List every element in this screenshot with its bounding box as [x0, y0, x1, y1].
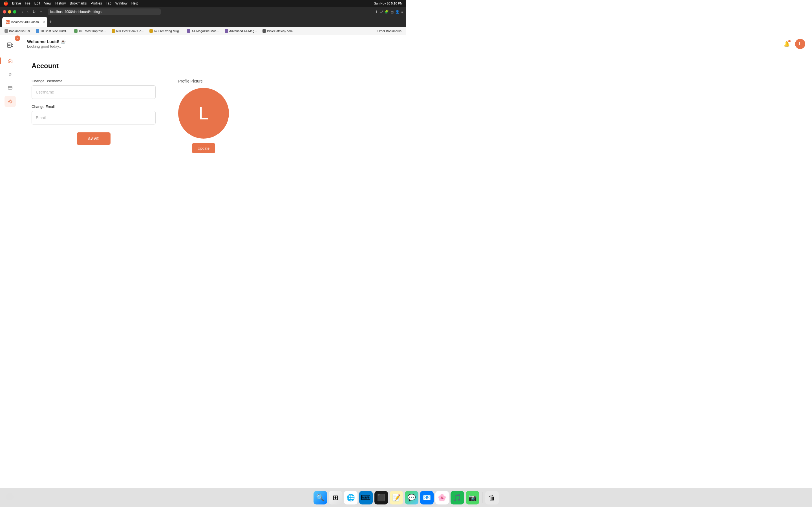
browser-actions: ⬆ 🛡 🧩 ▤ 👤 ≡ — [375, 10, 403, 14]
sidebar-item-home[interactable] — [4, 55, 16, 66]
bookmark-40-most[interactable]: 40+ Most Impress... — [72, 29, 108, 33]
close-window-button[interactable] — [3, 10, 6, 13]
header-greeting-block: Welcome Lucid! ☕ Looking good today.. — [27, 39, 66, 48]
home-button[interactable]: ⌂ — [39, 9, 43, 15]
save-button[interactable]: SAVE — [77, 132, 110, 145]
bookmark-advanced-a4[interactable]: Advanced A4 Mag... — [222, 29, 259, 33]
traffic-lights — [3, 10, 16, 13]
menu-view[interactable]: View — [44, 1, 51, 5]
active-tab[interactable]: Acc localhost:4000/dash... × — [2, 17, 47, 27]
menu-icon[interactable]: ≡ — [401, 10, 403, 14]
sidebar-item-billing[interactable] — [4, 82, 16, 94]
username-input[interactable] — [32, 86, 156, 99]
menu-bar: 🍎 Brave File Edit View History Bookmarks… — [0, 0, 406, 7]
profile-picture-section: Profile Picture L Update — [178, 79, 229, 153]
header-left: Welcome Lucid! ☕ Looking good today.. — [27, 39, 66, 48]
tab-close-button[interactable]: × — [43, 20, 45, 24]
menu-history[interactable]: History — [55, 1, 66, 5]
menu-bar-right: Sun Nov 20 5:10 PM — [374, 2, 403, 5]
minimize-window-button[interactable] — [8, 10, 11, 13]
welcome-message: Welcome Lucid! ☕ — [27, 39, 66, 44]
email-input[interactable] — [32, 111, 156, 124]
shield-icon[interactable]: 🛡 — [379, 10, 383, 14]
refresh-button[interactable]: ↻ — [31, 9, 37, 15]
extensions-icon[interactable]: 🧩 — [385, 10, 389, 14]
menu-tab[interactable]: Tab — [106, 1, 111, 5]
sidebar-logo — [4, 40, 16, 51]
menu-brave[interactable]: Brave — [12, 1, 21, 5]
menu-edit[interactable]: Edit — [35, 1, 40, 5]
svg-rect-0 — [7, 43, 11, 47]
username-label: Change Username — [32, 79, 156, 83]
menu-time: Sun Nov 20 5:10 PM — [374, 2, 403, 5]
bookmark-side-hustle[interactable]: 10 Best Side Hustl... — [34, 29, 71, 33]
email-group: Change Email — [32, 105, 156, 124]
account-form: Change Username Change Email SAVE — [32, 79, 156, 145]
forward-button[interactable]: › — [26, 9, 30, 15]
svg-rect-3 — [8, 87, 12, 89]
sidebar: › — [0, 35, 20, 253]
menu-file[interactable]: File — [25, 1, 30, 5]
bookmark-favicon — [225, 29, 228, 33]
profile-avatar-large: L — [178, 88, 229, 138]
sidebar-toggle[interactable]: ▤ — [391, 10, 394, 14]
profile-picture-label: Profile Picture — [178, 79, 203, 83]
address-bar[interactable]: localhost:4000/dashboard/settings — [48, 8, 161, 15]
bookmark-67-mug[interactable]: 67+ Amazing Mug... — [147, 29, 184, 33]
tab-label: localhost:4000/dash... — [11, 20, 42, 24]
bookmark-bar-label[interactable]: Bookmarks Bar — [2, 29, 33, 33]
sidebar-expand-button[interactable]: › — [15, 36, 20, 41]
app-header: Welcome Lucid! ☕ Looking good today.. 🔔 … — [20, 35, 406, 53]
menu-bookmarks[interactable]: Bookmarks — [70, 1, 87, 5]
browser-chrome: ‹ › ↻ ⌂ localhost:4000/dashboard/setting… — [0, 7, 406, 17]
bookmark-favicon — [36, 29, 39, 33]
bookmark-favicon — [149, 29, 153, 33]
menu-window[interactable]: Window — [115, 1, 128, 5]
main-content: Account Change Username Change Email SAV… — [20, 53, 406, 253]
new-tab-button[interactable]: + — [49, 17, 52, 27]
bookmark-favicon — [74, 29, 78, 33]
maximize-window-button[interactable] — [13, 10, 16, 13]
menu-help[interactable]: Help — [132, 1, 139, 5]
bookmark-bible[interactable]: BibleGateway.com... — [260, 29, 297, 33]
profile-icon[interactable]: 👤 — [395, 10, 400, 14]
email-label: Change Email — [32, 105, 156, 109]
url-text: localhost:4000/dashboard/settings — [50, 10, 101, 14]
bookmark-favicon — [112, 29, 115, 33]
bookmark-60-best[interactable]: 60+ Best Book Co... — [109, 29, 146, 33]
menu-profiles[interactable]: Profiles — [91, 1, 102, 5]
bookmark-favicon — [4, 29, 8, 33]
account-layout: Change Username Change Email SAVE Profil… — [32, 79, 406, 153]
username-group: Change Username — [32, 79, 156, 99]
bookmarks-bar: Bookmarks Bar 10 Best Side Hustl... 40+ … — [0, 27, 406, 35]
menu-bar-left: 🍎 Brave File Edit View History Bookmarks… — [3, 1, 138, 6]
update-picture-button[interactable]: Update — [192, 143, 215, 153]
browser-navigation: ‹ › ↻ ⌂ — [21, 9, 43, 15]
back-button[interactable]: ‹ — [21, 9, 24, 15]
bookmark-favicon — [262, 29, 266, 33]
page-title: Account — [32, 62, 406, 70]
bookmark-other[interactable]: Other Bookmarks — [375, 29, 404, 33]
tabs-bar: Acc localhost:4000/dash... × + — [0, 17, 406, 27]
apple-logo[interactable]: 🍎 — [3, 1, 8, 6]
svg-point-5 — [9, 101, 11, 102]
header-subtitle: Looking good today.. — [27, 44, 66, 48]
bookmark-favicon — [187, 29, 190, 33]
sidebar-item-settings[interactable] — [4, 96, 16, 107]
sidebar-item-links[interactable] — [4, 69, 16, 80]
tab-favicon: Acc — [6, 20, 10, 24]
bookmark-a4-magazine[interactable]: A4 Magazine Moc... — [185, 29, 221, 33]
share-icon[interactable]: ⬆ — [375, 10, 378, 14]
